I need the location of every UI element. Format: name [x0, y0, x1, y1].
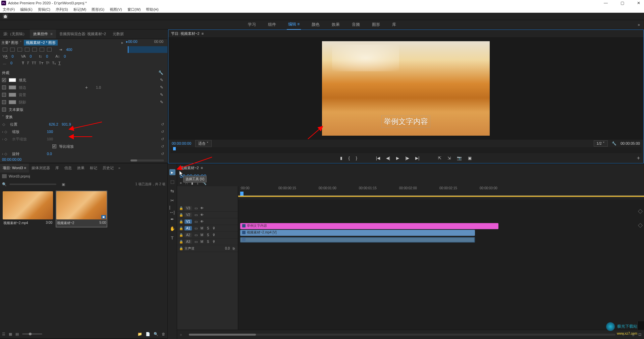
textmask-checkbox[interactable]: [2, 108, 6, 112]
program-ruler[interactable]: [170, 147, 641, 153]
indent-value[interactable]: 400: [66, 48, 72, 52]
superscript-icon[interactable]: T¹: [46, 61, 49, 65]
iconview-icon[interactable]: ▦: [9, 332, 12, 336]
align-center-icon[interactable]: [10, 48, 15, 52]
bin-icon[interactable]: [2, 174, 7, 178]
out-icon[interactable]: }: [356, 156, 357, 160]
fx-hscroll[interactable]: [130, 159, 164, 161]
add-stroke-icon[interactable]: +: [85, 85, 88, 90]
eyedropper-icon[interactable]: ✎: [160, 100, 163, 105]
step-back-icon[interactable]: ◀|: [386, 156, 390, 160]
tab-assembly[interactable]: 组件: [267, 20, 277, 29]
project-tab-info[interactable]: 信息: [62, 163, 74, 173]
keyframe-toggle[interactable]: ◇: [4, 152, 7, 156]
playhead-icon[interactable]: [173, 147, 176, 150]
keyframe-toggle[interactable]: ◇: [4, 130, 7, 134]
menu-view[interactable]: 视图(V): [108, 6, 123, 13]
reset-icon[interactable]: ↺: [161, 130, 164, 134]
track-select-tool[interactable]: ⬚: [169, 179, 175, 185]
menu-markers[interactable]: 标记(M): [72, 6, 88, 13]
type-tool[interactable]: T: [169, 235, 175, 241]
audio-clip[interactable]: [240, 237, 475, 243]
project-item[interactable]: 视频素材~2.mp43:00: [3, 191, 53, 227]
scale-value[interactable]: 100: [47, 130, 60, 134]
trash-icon[interactable]: 🗑: [162, 332, 165, 336]
goto-in-icon[interactable]: |◀: [376, 156, 380, 160]
underline-icon[interactable]: T: [58, 61, 61, 65]
marker-icon[interactable]: ▮: [340, 156, 342, 160]
export-frame-icon[interactable]: 📷: [457, 156, 462, 160]
eyedropper-icon[interactable]: ✎: [160, 85, 163, 90]
reset-icon[interactable]: ↺: [161, 152, 164, 156]
project-tab-markers[interactable]: 标记: [87, 163, 100, 173]
goto-out-icon[interactable]: ▶|: [415, 156, 419, 160]
faux-bold-icon[interactable]: T: [22, 61, 24, 65]
align-top-icon[interactable]: [32, 48, 37, 52]
fx-timecode[interactable]: 00:00:00:00: [2, 157, 21, 161]
track-v1[interactable]: 🔒V1▭👁: [177, 218, 238, 225]
faux-italic-icon[interactable]: T: [27, 61, 29, 65]
compare-icon[interactable]: ▣: [468, 156, 472, 160]
snap-icon[interactable]: ⌖: [180, 181, 182, 185]
reset-icon[interactable]: ↺: [161, 144, 164, 149]
play-icon[interactable]: ▶: [396, 156, 399, 160]
menu-clip[interactable]: 剪辑(C): [37, 6, 52, 13]
menu-graphics[interactable]: 图形(G): [90, 6, 106, 13]
step-fwd-icon[interactable]: |▶: [405, 156, 409, 160]
menu-window[interactable]: 窗口(W): [126, 6, 142, 13]
align-justify-icon[interactable]: [25, 48, 30, 52]
extract-icon[interactable]: ⇲: [447, 156, 451, 160]
keyframe-toggle[interactable]: ◇: [2, 122, 5, 127]
search-icon[interactable]: 🔍: [2, 182, 7, 187]
menu-edit[interactable]: 编辑(E): [19, 6, 34, 13]
tab-editing[interactable]: 编辑 ≡: [287, 19, 301, 30]
timeline-hscroll[interactable]: [189, 334, 615, 336]
minimize-button[interactable]: —: [601, 0, 610, 6]
newitem-icon[interactable]: 📄: [146, 332, 150, 336]
align-vcenter-icon[interactable]: [40, 48, 44, 52]
bg-swatch[interactable]: [9, 93, 16, 97]
tab-learn[interactable]: 学习: [247, 20, 257, 29]
freeform-icon[interactable]: ▤: [15, 332, 19, 336]
fx-mini-timeline[interactable]: [128, 46, 167, 53]
align-right-icon[interactable]: [17, 48, 22, 52]
pen-tool[interactable]: ✒: [169, 216, 175, 222]
wrench-icon[interactable]: 🔧: [612, 141, 616, 146]
tab-graphics[interactable]: 图形: [371, 20, 381, 29]
program-tc[interactable]: 00:00:00:00: [172, 141, 191, 145]
eyedropper-icon[interactable]: ✎: [160, 78, 163, 82]
baseline-icon[interactable]: t↕: [39, 54, 42, 58]
source-tab-metadata[interactable]: 元数据: [109, 29, 127, 39]
search-icon[interactable]: 🔍: [154, 332, 158, 336]
close-button[interactable]: ✕: [634, 0, 643, 6]
align-bottom-icon[interactable]: [47, 48, 52, 52]
listview-icon[interactable]: ☰: [2, 332, 5, 336]
razor-tool[interactable]: ✂: [169, 197, 175, 203]
fill-swatch[interactable]: [9, 78, 16, 82]
wrench-icon[interactable]: 🔧: [158, 70, 163, 75]
project-tab-effects[interactable]: 效果: [74, 163, 87, 173]
slip-tool[interactable]: |↔|: [169, 207, 175, 213]
source-tab-effectcontrols[interactable]: 效果控件 ≡: [30, 29, 56, 39]
track-area[interactable]: :00:00 00:00:00:15 00:00:01:00 00:00:01:…: [238, 186, 644, 330]
maximize-button[interactable]: ▢: [618, 0, 627, 6]
zoom-fit-dropdown[interactable]: 适合 ˅: [195, 140, 212, 147]
add-button-icon[interactable]: +: [637, 155, 640, 161]
subscript-icon[interactable]: T₁: [52, 61, 56, 65]
home-icon[interactable]: [3, 14, 8, 19]
sequence-name[interactable]: 视频素材~2: [180, 165, 199, 171]
tab-menu-icon[interactable]: ≡: [297, 22, 300, 26]
project-tab-media[interactable]: 媒体浏览器: [29, 163, 53, 173]
tab-effects[interactable]: 效果: [330, 20, 341, 29]
selection-tool[interactable]: ▸: [169, 169, 175, 175]
eyedropper-icon[interactable]: ✎: [160, 92, 163, 97]
lift-icon[interactable]: ⇱: [438, 156, 441, 160]
fx-breadcrumb-master[interactable]: 主要* 图形: [1, 40, 18, 45]
zoom-out-icon[interactable]: ○: [180, 333, 182, 337]
timeline-timecode[interactable]: 00:00:00:00: [177, 172, 644, 180]
project-item[interactable]: ▣ 视频素材~25:00: [56, 191, 107, 227]
project-tab-libraries[interactable]: 库: [53, 163, 62, 173]
playhead-icon[interactable]: [240, 192, 244, 196]
indent-icon[interactable]: ⇥: [59, 48, 62, 52]
va-kerning2-icon[interactable]: VA: [21, 54, 26, 58]
